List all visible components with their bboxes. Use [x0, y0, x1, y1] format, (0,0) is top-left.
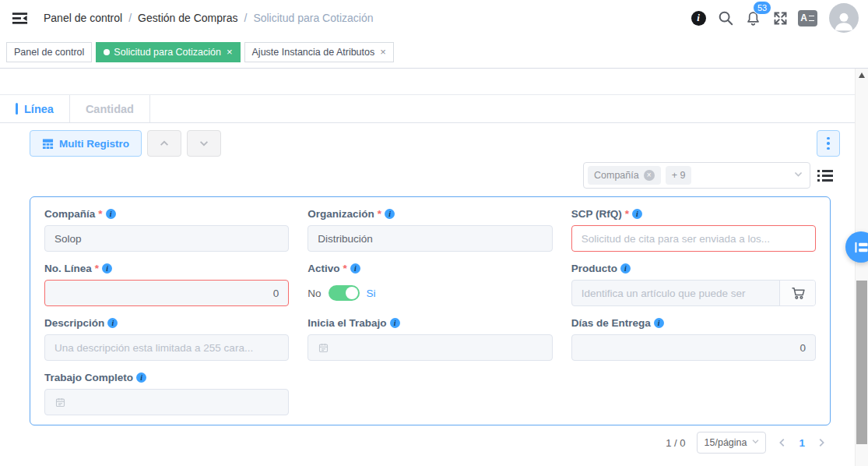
- app-window: Panel de control / Gestión de Compras / …: [0, 0, 868, 466]
- notification-badge: 53: [753, 1, 771, 15]
- breadcrumb-separator: /: [128, 12, 132, 24]
- top-header: Panel de control / Gestión de Compras / …: [0, 0, 868, 36]
- dias-de-entrega-input[interactable]: 0: [571, 334, 816, 361]
- header-actions: i 53 A: [688, 3, 859, 33]
- field-dias-de-entrega: Días de Entregai 0: [571, 317, 816, 361]
- previous-record-button[interactable]: [147, 130, 181, 157]
- breadcrumb-current: Solicitud para Cotización: [253, 12, 373, 24]
- translate-icon[interactable]: A: [797, 8, 817, 28]
- scp-rfq-input[interactable]: Solicitud de cita para ser enviada a los…: [571, 225, 816, 252]
- notifications-bell-icon[interactable]: 53: [743, 8, 763, 28]
- activo-toggle[interactable]: [329, 285, 360, 301]
- column-filter-row: Compañía × + 9: [0, 162, 833, 189]
- multi-record-button[interactable]: Multi Registro: [30, 130, 142, 157]
- producto-search-button[interactable]: [779, 281, 815, 305]
- selected-tag: Compañía ×: [588, 166, 661, 185]
- compania-input[interactable]: Solop: [44, 225, 289, 252]
- page-size-select[interactable]: 15/página: [697, 432, 767, 454]
- chevron-down-icon: [751, 437, 760, 448]
- pagination: 1 / 0 15/página 1: [0, 432, 827, 454]
- scroll-up-arrow[interactable]: [859, 72, 865, 78]
- sidebar-collapse-icon[interactable]: [11, 9, 30, 27]
- trabajo-completo-date-input[interactable]: [44, 389, 289, 415]
- field-scp-rfq: SCP (RfQ)*i Solicitud de cita para ser e…: [571, 208, 816, 252]
- tab-cantidad[interactable]: Cantidad: [70, 95, 150, 122]
- field-organizacion: Organización*i Distribución: [307, 208, 552, 252]
- no-linea-input[interactable]: 0: [44, 280, 289, 306]
- previous-page-button[interactable]: [777, 437, 788, 448]
- next-record-button[interactable]: [187, 130, 221, 157]
- next-page-button[interactable]: [816, 437, 827, 448]
- chevron-up-icon: [159, 138, 170, 149]
- organizacion-input[interactable]: Distribución: [307, 225, 552, 252]
- columns-multiselect[interactable]: Compañía × + 9: [583, 162, 810, 189]
- info-icon[interactable]: i: [688, 8, 708, 28]
- breadcrumb-item[interactable]: Panel de control: [44, 12, 122, 24]
- chevron-right-icon: [816, 437, 827, 448]
- close-icon[interactable]: ×: [227, 47, 233, 57]
- close-icon[interactable]: ×: [380, 47, 386, 57]
- more-tags-count: + 9: [666, 166, 692, 185]
- field-no-linea: No. Línea*i 0: [44, 263, 289, 306]
- main-content: Línea Cantidad Multi Registro: [0, 94, 868, 466]
- page-number[interactable]: 1: [799, 437, 805, 449]
- tree-list-icon: [854, 240, 868, 255]
- field-trabajo-completo: Trabajo Completoi: [44, 372, 289, 415]
- producto-input-group: Identifica un artículo que puede ser: [571, 280, 816, 306]
- vertical-scrollbar[interactable]: [855, 69, 868, 466]
- toolbar: Multi Registro: [30, 130, 840, 157]
- field-info-icon[interactable]: i: [620, 263, 631, 274]
- field-info-icon[interactable]: i: [102, 263, 112, 274]
- tab-panel-de-control[interactable]: Panel de control: [6, 42, 92, 62]
- field-info-icon[interactable]: i: [107, 318, 118, 328]
- field-info-icon[interactable]: i: [136, 372, 146, 383]
- field-activo: Activo*i No Si: [307, 263, 552, 306]
- chevron-down-icon: [199, 138, 209, 149]
- field-info-icon[interactable]: i: [632, 209, 642, 219]
- field-info-icon[interactable]: i: [106, 209, 116, 219]
- descripcion-input[interactable]: Una descripción esta limitada a 255 cara…: [44, 334, 289, 361]
- field-info-icon[interactable]: i: [390, 318, 400, 328]
- tag-close-icon[interactable]: ×: [644, 170, 655, 181]
- fullscreen-icon[interactable]: [770, 8, 790, 28]
- field-info-icon[interactable]: i: [350, 263, 360, 274]
- field-descripcion: Descripcióni Una descripción esta limita…: [44, 317, 289, 361]
- field-producto: Productoi Identifica un artículo que pue…: [571, 263, 816, 306]
- breadcrumb-item[interactable]: Gestión de Compras: [138, 12, 237, 24]
- field-inicia-el-trabajo: Inicia el Trabajoi: [307, 317, 552, 361]
- tab-linea[interactable]: Línea: [0, 95, 70, 122]
- record-tabs: Línea Cantidad: [0, 94, 868, 123]
- record-counter: 1 / 0: [666, 437, 685, 449]
- active-tab-indicator: [16, 103, 18, 115]
- chevron-down-icon: [793, 168, 803, 182]
- calendar-icon: [54, 397, 66, 408]
- field-info-icon[interactable]: i: [654, 318, 664, 328]
- grid-icon: [42, 138, 54, 150]
- field-compania: Compañía*i Solop: [44, 208, 289, 252]
- field-info-icon[interactable]: i: [385, 209, 395, 219]
- chevron-left-icon: [777, 437, 788, 448]
- scrollbar-thumb[interactable]: [856, 281, 867, 444]
- breadcrumb: Panel de control / Gestión de Compras / …: [44, 12, 373, 24]
- list-view-icon[interactable]: [817, 170, 833, 182]
- producto-input[interactable]: Identifica un artículo que puede ser: [572, 281, 779, 305]
- activo-switch-row: No Si: [307, 280, 552, 306]
- active-tab-dot-icon: [104, 49, 110, 55]
- search-icon[interactable]: [715, 8, 736, 28]
- more-options-button[interactable]: [817, 130, 840, 157]
- tab-ajuste-instancia-de-atributos[interactable]: Ajuste Instancia de Atributos ×: [244, 42, 394, 62]
- calendar-icon: [318, 342, 329, 354]
- breadcrumb-separator: /: [244, 12, 247, 24]
- inicia-el-trabajo-date-input[interactable]: [307, 334, 552, 361]
- open-tabs-bar: Panel de control Solicitud para Cotizaci…: [0, 36, 868, 69]
- tab-solicitud-para-cotizacion[interactable]: Solicitud para Cotización ×: [96, 42, 240, 62]
- record-form-panel: Compañía*i Solop Organización*i Distribu…: [30, 196, 831, 425]
- cart-icon: [790, 285, 806, 301]
- user-avatar[interactable]: [829, 3, 859, 33]
